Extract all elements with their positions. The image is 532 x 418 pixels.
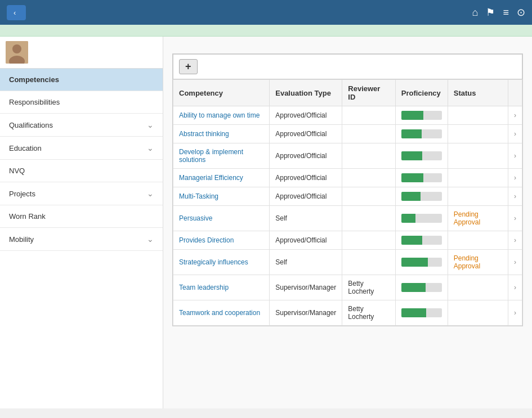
table-row: Multi-TaskingApproved/Official›: [173, 187, 522, 206]
status-cell: [448, 275, 508, 300]
row-action[interactable]: ›: [508, 125, 522, 143]
col-header-eval-type: Evaluation Type: [270, 80, 342, 106]
status-cell: [448, 169, 508, 187]
status-cell: [448, 143, 508, 169]
chevron-down-icon: ⌄: [147, 189, 154, 198]
chevron-down-icon: ⌄: [147, 143, 154, 152]
proficiency-bar: [395, 231, 448, 250]
reviewer-id: [342, 125, 395, 143]
col-header-status: Status: [448, 80, 508, 106]
proficiency-bar: [395, 206, 448, 231]
row-action[interactable]: ›: [508, 300, 522, 326]
col-header-proficiency: Proficiency: [395, 80, 448, 106]
table-row: Develop & implement solutionsApproved/Of…: [173, 143, 522, 169]
row-action[interactable]: ›: [508, 187, 522, 206]
sidebar-item-label: Competencies: [9, 75, 59, 84]
table-row: Abstract thinkingApproved/Official›: [173, 125, 522, 143]
competencies-table-wrapper: + Competency Evaluation Type Reviewer ID…: [172, 53, 523, 326]
sidebar-item-label: Projects: [9, 190, 35, 198]
sidebar-item-mobility[interactable]: Mobility ⌄: [0, 228, 163, 251]
col-header-competency: Competency: [173, 80, 270, 106]
avatar: [6, 41, 28, 64]
sidebar-item-competencies[interactable]: Competencies: [0, 69, 163, 91]
row-action[interactable]: ›: [508, 169, 522, 187]
proficiency-bar: [395, 125, 448, 143]
competencies-table: Competency Evaluation Type Reviewer ID P…: [173, 79, 522, 326]
sidebar: Competencies Responsibilities Qualificat…: [0, 37, 163, 408]
competency-name[interactable]: Provides Direction: [173, 231, 270, 250]
row-action[interactable]: ›: [508, 275, 522, 300]
status-cell: Pending Approval: [448, 250, 508, 275]
sidebar-item-qualifications[interactable]: Qualifications ⌄: [0, 114, 163, 137]
add-button-row: +: [173, 54, 522, 79]
competency-name[interactable]: Abstract thinking: [173, 125, 270, 143]
header-icons: ⌂ ⚑ ≡ ⊙: [472, 6, 525, 19]
row-action[interactable]: ›: [508, 206, 522, 231]
back-icon: ‹: [14, 8, 16, 17]
reviewer-id: Betty Locherty: [342, 275, 395, 300]
reviewer-id: Betty Locherty: [342, 300, 395, 326]
proficiency-bar: [395, 106, 448, 125]
reviewer-id: [342, 250, 395, 275]
reviewer-id: [342, 143, 395, 169]
evaluation-type: Approved/Official: [270, 231, 342, 250]
row-action[interactable]: ›: [508, 231, 522, 250]
evaluation-type: Supervisor/Manager: [270, 275, 342, 300]
sidebar-item-label: Responsibilities: [9, 98, 60, 106]
sidebar-item-label: Qualifications: [9, 121, 53, 129]
evaluation-type: Approved/Official: [270, 187, 342, 206]
proficiency-bar: [395, 187, 448, 206]
avatar-area: [0, 37, 163, 69]
evaluation-type: Approved/Official: [270, 143, 342, 169]
proficiency-bar: [395, 250, 448, 275]
competency-name[interactable]: Strategically influences: [173, 250, 270, 275]
reviewer-id: [342, 187, 395, 206]
competency-name[interactable]: Team leadership: [173, 275, 270, 300]
table-row: Ability to manage own timeApproved/Offic…: [173, 106, 522, 125]
row-action[interactable]: ›: [508, 143, 522, 169]
add-competency-button[interactable]: +: [179, 59, 198, 74]
competency-name[interactable]: Develop & implement solutions: [173, 143, 270, 169]
sidebar-item-projects[interactable]: Projects ⌄: [0, 182, 163, 205]
menu-icon[interactable]: ≡: [503, 7, 509, 19]
competency-name[interactable]: Multi-Tasking: [173, 187, 270, 206]
sidebar-item-label: Education: [9, 144, 42, 152]
competency-name[interactable]: Persuasive: [173, 206, 270, 231]
sidebar-item-nvq[interactable]: NVQ: [0, 160, 163, 182]
reviewer-id: [342, 169, 395, 187]
svg-point-1: [12, 44, 21, 53]
status-cell: [448, 231, 508, 250]
table-row: Strategically influencesSelfPending Appr…: [173, 250, 522, 275]
content-area: + Competency Evaluation Type Reviewer ID…: [163, 37, 532, 408]
evaluation-type: Supervisor/Manager: [270, 300, 342, 326]
sidebar-item-education[interactable]: Education ⌄: [0, 137, 163, 160]
chevron-down-icon: ⌄: [147, 120, 154, 129]
table-header-row: Competency Evaluation Type Reviewer ID P…: [173, 80, 522, 106]
proficiency-bar: [395, 300, 448, 326]
evaluation-type: Approved/Official: [270, 125, 342, 143]
row-action[interactable]: ›: [508, 250, 522, 275]
competency-name[interactable]: Managerial Efficiency: [173, 169, 270, 187]
flag-icon[interactable]: ⚑: [486, 6, 495, 19]
col-header-action: [508, 80, 522, 106]
back-button[interactable]: ‹: [7, 5, 26, 20]
sidebar-item-responsibilities[interactable]: Responsibilities: [0, 91, 163, 114]
evaluation-type: Self: [270, 206, 342, 231]
table-row: PersuasiveSelfPending Approval›: [173, 206, 522, 231]
competency-name[interactable]: Teamwork and cooperation: [173, 300, 270, 326]
status-cell: [448, 187, 508, 206]
evaluation-type: Approved/Official: [270, 106, 342, 125]
row-action[interactable]: ›: [508, 106, 522, 125]
proficiency-bar: [395, 169, 448, 187]
table-row: Managerial EfficiencyApproved/Official›: [173, 169, 522, 187]
circle-arrow-icon[interactable]: ⊙: [517, 6, 525, 19]
notification-bar: [0, 25, 532, 37]
main-layout: Competencies Responsibilities Qualificat…: [0, 37, 532, 408]
chevron-down-icon: ⌄: [147, 235, 154, 244]
competency-name[interactable]: Ability to manage own time: [173, 106, 270, 125]
proficiency-bar: [395, 143, 448, 169]
sidebar-item-worn-rank[interactable]: Worn Rank: [0, 205, 163, 228]
table-row: Teamwork and cooperationSupervisor/Manag…: [173, 300, 522, 326]
home-icon[interactable]: ⌂: [472, 7, 479, 19]
reviewer-id: [342, 206, 395, 231]
